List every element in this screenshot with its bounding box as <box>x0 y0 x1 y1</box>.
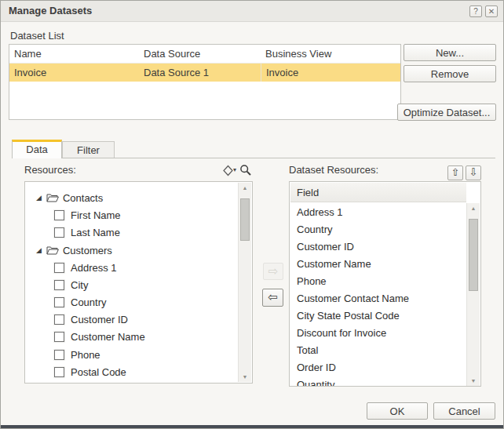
tree-item-label[interactable]: First Name <box>71 209 121 221</box>
collapse-icon[interactable]: ◢ <box>36 195 42 202</box>
scroll-up-icon[interactable]: ▲ <box>467 205 480 211</box>
optimize-dataset-button[interactable]: Optimize Dataset... <box>397 104 496 121</box>
cancel-button[interactable]: Cancel <box>433 402 495 420</box>
list-item[interactable]: Phone <box>290 272 466 289</box>
list-scrollbar[interactable]: ▲ ▼ <box>466 203 480 386</box>
dialog-title: Manage Datasets <box>9 5 92 16</box>
scrollbar-thumb[interactable] <box>240 198 250 241</box>
list-item-clipped[interactable]: Quantity <box>290 376 466 387</box>
cell-data-source: Data Source 1 <box>139 67 261 78</box>
cell-business-view: Invoice <box>261 67 298 78</box>
list-item[interactable]: Country <box>290 220 466 238</box>
search-icon[interactable] <box>239 164 252 176</box>
scroll-down-icon[interactable]: ▼ <box>467 378 480 384</box>
tree-item[interactable]: Last Name <box>25 224 239 241</box>
tree-item-label[interactable]: Address 1 <box>71 262 117 274</box>
list-item[interactable]: Customer Contact Name <box>290 289 466 307</box>
new-button[interactable]: New... <box>404 44 496 61</box>
resources-label: Resources: <box>24 164 76 176</box>
field-checkbox[interactable] <box>54 350 64 360</box>
column-header-name: Name <box>9 48 139 60</box>
field-checkbox[interactable] <box>54 297 64 307</box>
close-icon[interactable]: ✕ <box>485 5 498 17</box>
tree-item[interactable]: Customer Name <box>25 328 239 345</box>
tree-item-clipped[interactable]: Region <box>25 380 239 384</box>
dataset-table: Name Data Source Business View Invoice D… <box>9 44 401 120</box>
tree-item[interactable]: First Name <box>25 206 239 224</box>
manage-datasets-dialog: Manage Datasets ? ✕ Dataset List Name Da… <box>0 0 504 429</box>
remove-button[interactable]: Remove <box>404 65 496 82</box>
tree-item-label[interactable]: Region <box>71 384 103 384</box>
dataset-resources-label: Dataset Resources: <box>289 164 378 176</box>
tree-item-label[interactable]: City <box>71 279 88 291</box>
tree-item-label[interactable]: Customer ID <box>71 314 128 325</box>
list-item[interactable]: Customer Name <box>290 255 466 272</box>
dataset-list-label: Dataset List <box>10 30 64 42</box>
field-checkbox[interactable] <box>54 263 64 273</box>
field-checkbox[interactable] <box>54 227 64 238</box>
dataset-resources-list: Field Address 1 Country Customer ID Cust… <box>289 181 481 387</box>
tree-item-label[interactable]: Customer Name <box>71 331 145 343</box>
move-down-button[interactable]: ⇩ <box>466 165 481 180</box>
table-row-selected[interactable]: Invoice Data Source 1 Invoice <box>9 64 400 82</box>
remove-field-button[interactable]: ⇦ <box>262 289 283 307</box>
folder-icon <box>46 193 59 202</box>
tree-item[interactable]: Country <box>25 293 239 311</box>
sort-dropdown-caret-icon[interactable]: ▾ <box>233 166 236 173</box>
field-checkbox[interactable] <box>54 314 64 325</box>
tree-item-label[interactable]: Contacts <box>63 192 103 204</box>
help-icon[interactable]: ? <box>469 5 482 17</box>
tab-filter[interactable]: Filter <box>62 141 115 158</box>
list-item[interactable]: City State Postal Code <box>290 307 466 324</box>
field-column-header: Field <box>290 183 466 202</box>
tree-item[interactable]: Phone <box>25 346 239 363</box>
field-checkbox[interactable] <box>54 210 64 220</box>
tree-item-label[interactable]: Customers <box>63 245 112 256</box>
tree-item-label[interactable]: Phone <box>71 349 100 361</box>
column-header-business-view: Business View <box>261 48 400 60</box>
list-item[interactable]: Address 1 <box>290 203 466 220</box>
tree-item-label[interactable]: Postal Code <box>71 366 126 378</box>
tree-item[interactable]: City <box>25 276 239 293</box>
move-up-button[interactable]: ⇧ <box>447 165 463 180</box>
collapse-icon[interactable]: ◢ <box>36 247 42 254</box>
field-checkbox[interactable] <box>54 280 64 290</box>
dataset-table-header: Name Data Source Business View <box>9 45 400 64</box>
scrollbar-thumb[interactable] <box>469 219 478 291</box>
field-checkbox[interactable] <box>54 332 64 342</box>
tree-item-label[interactable]: Country <box>71 296 107 308</box>
field-checkbox[interactable] <box>54 367 64 377</box>
window-bottom-edge <box>1 425 503 428</box>
list-item[interactable]: Order ID <box>290 358 466 376</box>
list-item[interactable]: Discount for Invoice <box>290 324 466 341</box>
tree-group-contacts[interactable]: ◢ Contacts <box>25 189 239 206</box>
tree-item[interactable]: Address 1 <box>25 259 239 276</box>
tree-item[interactable]: Postal Code <box>25 363 239 380</box>
folder-icon <box>46 245 59 255</box>
title-bar: Manage Datasets ? ✕ <box>1 1 503 22</box>
ok-button[interactable]: OK <box>367 402 428 420</box>
resources-tree: ◢ Contacts First Name Last Name ◢ Custom… <box>24 181 253 384</box>
tree-scrollbar[interactable]: ▲ ▼ <box>238 183 251 382</box>
list-item[interactable]: Total <box>290 341 466 358</box>
cell-name: Invoice <box>9 67 139 78</box>
list-item[interactable]: Customer ID <box>290 238 466 255</box>
tree-item-label[interactable]: Last Name <box>71 227 120 238</box>
tab-data[interactable]: Data <box>12 140 62 158</box>
column-header-data-source: Data Source <box>139 48 261 60</box>
scroll-down-icon[interactable]: ▼ <box>239 374 251 380</box>
tree-group-customers[interactable]: ◢ Customers <box>25 242 239 259</box>
tree-item[interactable]: Customer ID <box>25 311 239 328</box>
add-field-button: ⇨ <box>263 263 283 280</box>
scroll-up-icon[interactable]: ▲ <box>239 185 251 191</box>
tab-strip-divider <box>12 158 495 158</box>
sort-icon[interactable] <box>223 165 233 176</box>
